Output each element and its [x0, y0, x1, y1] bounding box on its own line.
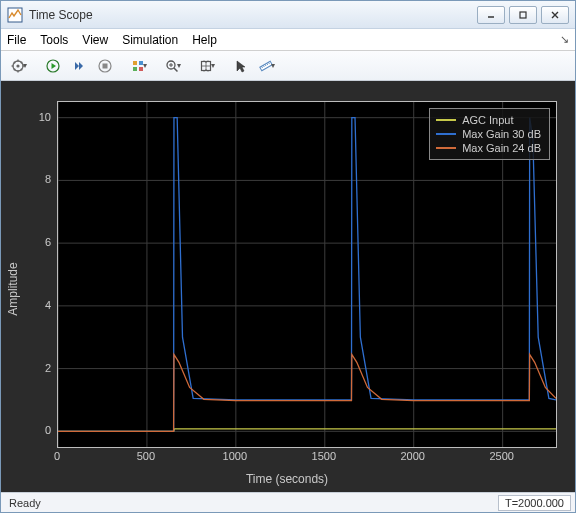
svg-text:2500: 2500: [489, 450, 513, 462]
legend[interactable]: AGC InputMax Gain 30 dBMax Gain 24 dB: [429, 108, 550, 160]
legend-entry[interactable]: Max Gain 30 dB: [436, 127, 541, 141]
svg-text:2: 2: [45, 362, 51, 374]
toolbar: ▾ ▾ ▾ ▾ ▾: [1, 51, 575, 81]
legend-entry[interactable]: AGC Input: [436, 113, 541, 127]
step-forward-button[interactable]: [67, 55, 91, 77]
menu-view[interactable]: View: [82, 33, 108, 47]
svg-rect-2: [520, 12, 526, 18]
titlebar[interactable]: Time Scope: [1, 1, 575, 29]
svg-text:4: 4: [45, 299, 51, 311]
svg-text:1500: 1500: [312, 450, 336, 462]
svg-rect-19: [133, 61, 137, 65]
legend-swatch: [436, 133, 456, 135]
zoom-button[interactable]: ▾: [161, 55, 185, 77]
maximize-button[interactable]: [509, 6, 537, 24]
legend-label: Max Gain 24 dB: [462, 141, 541, 155]
axes[interactable]: AGC InputMax Gain 30 dBMax Gain 24 dB: [57, 101, 557, 448]
cursor-button[interactable]: [229, 55, 253, 77]
svg-text:500: 500: [137, 450, 155, 462]
menu-simulation[interactable]: Simulation: [122, 33, 178, 47]
svg-point-4: [16, 64, 19, 67]
dock-icon[interactable]: ↘: [560, 33, 569, 46]
window: Time Scope File Tools View Simulation He…: [0, 0, 576, 513]
minimize-button[interactable]: [477, 6, 505, 24]
highlight-button[interactable]: ▾: [127, 55, 151, 77]
svg-text:8: 8: [45, 173, 51, 185]
svg-text:2000: 2000: [400, 450, 424, 462]
svg-text:1000: 1000: [223, 450, 247, 462]
plot-area: Amplitude Time (seconds) AGC InputMax Ga…: [1, 81, 575, 492]
window-title: Time Scope: [29, 8, 93, 22]
svg-marker-16: [79, 62, 83, 70]
autoscale-button[interactable]: ▾: [195, 55, 219, 77]
status-text: Ready: [5, 497, 498, 509]
menu-file[interactable]: File: [7, 33, 26, 47]
status-time: T=2000.000: [498, 495, 571, 511]
legend-entry[interactable]: Max Gain 24 dB: [436, 141, 541, 155]
menubar: File Tools View Simulation Help ↘: [1, 29, 575, 51]
svg-text:0: 0: [54, 450, 60, 462]
run-button[interactable]: [41, 55, 65, 77]
svg-marker-15: [75, 62, 79, 70]
statusbar: Ready T=2000.000: [1, 492, 575, 512]
settings-button[interactable]: ▾: [7, 55, 31, 77]
legend-swatch: [436, 147, 456, 149]
x-axis-label: Time (seconds): [9, 472, 565, 486]
menu-help[interactable]: Help: [192, 33, 217, 47]
legend-swatch: [436, 119, 456, 121]
menu-tools[interactable]: Tools: [40, 33, 68, 47]
svg-rect-18: [103, 63, 108, 68]
close-button[interactable]: [541, 6, 569, 24]
legend-label: AGC Input: [462, 113, 513, 127]
legend-label: Max Gain 30 dB: [462, 127, 541, 141]
measure-button[interactable]: ▾: [255, 55, 279, 77]
app-icon: [7, 7, 23, 23]
svg-text:0: 0: [45, 424, 51, 436]
svg-text:6: 6: [45, 236, 51, 248]
svg-rect-21: [133, 67, 137, 71]
y-axis-label: Amplitude: [6, 262, 20, 315]
stop-button[interactable]: [93, 55, 117, 77]
svg-text:10: 10: [39, 111, 51, 123]
svg-marker-14: [52, 63, 57, 69]
